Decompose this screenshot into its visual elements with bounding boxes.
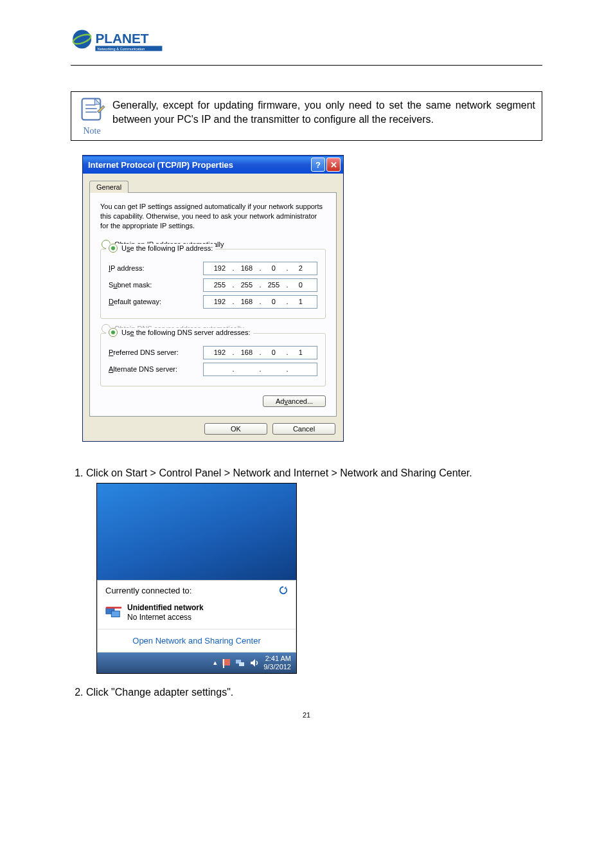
dialog-intro: You can get IP settings assigned automat… <box>100 202 326 231</box>
pref-dns-label: Preferred DNS server: <box>109 348 203 356</box>
network-tray-figure: Currently connected to: Unidentified net… <box>96 483 297 674</box>
svg-rect-12 <box>223 659 224 668</box>
refresh-icon[interactable] <box>279 586 288 595</box>
gateway-label: Default gateway: <box>109 298 203 305</box>
alt-dns-label: Alternate DNS server: <box>109 365 203 373</box>
tab-general[interactable]: General <box>89 181 129 193</box>
open-network-center-link[interactable]: Open Network and Sharing Center <box>98 629 296 652</box>
clock[interactable]: 2:41 AM 9/3/2012 <box>263 655 291 670</box>
ok-button[interactable]: OK <box>204 423 267 435</box>
close-button[interactable]: ✕ <box>326 158 341 172</box>
svg-rect-9 <box>111 611 120 617</box>
advanced-button[interactable]: Advanced... <box>263 395 326 407</box>
note-text: Generally, except for updating firmware,… <box>112 96 535 127</box>
svg-text:PLANET: PLANET <box>95 31 148 46</box>
network-icon <box>105 606 122 620</box>
tray-arrow-icon[interactable]: ▴ <box>213 658 217 667</box>
help-button[interactable]: ? <box>311 158 325 172</box>
subnet-label: Subnet mask: <box>109 281 203 289</box>
volume-icon[interactable] <box>249 658 260 668</box>
note-box: Note Generally, except for updating firm… <box>71 91 542 141</box>
page-number: 21 <box>71 711 542 719</box>
ip-address-input[interactable]: 192. 168. 0. 2 <box>203 262 317 275</box>
gateway-input[interactable]: 192. 168. 0. 1 <box>203 295 317 309</box>
radio-use-ip[interactable]: Use the following IP address: <box>106 244 215 253</box>
subnet-input[interactable]: 255. 255. 255. 0 <box>203 278 317 292</box>
unidentified-network: Unidentified network <box>127 603 204 613</box>
dialog-title: Internet Protocol (TCP/IP) Properties <box>88 160 233 170</box>
pref-dns-input[interactable]: 192. 168. 0. 1 <box>203 346 317 359</box>
note-label: Note <box>78 126 106 136</box>
radio-use-dns[interactable]: Use the following DNS server addresses: <box>106 328 253 337</box>
divider <box>71 65 542 66</box>
logo: PLANET Networking & Communication <box>71 26 542 60</box>
no-internet-access: No Internet access <box>127 613 204 622</box>
tcp-ip-dialog: Internet Protocol (TCP/IP) Properties ? … <box>82 155 344 442</box>
svg-rect-14 <box>239 662 244 666</box>
network-tray-icon[interactable] <box>235 658 245 668</box>
note-icon <box>78 96 106 124</box>
currently-connected-label: Currently connected to: <box>105 586 191 595</box>
svg-rect-10 <box>106 606 121 608</box>
logo-tagline: Networking & Communication <box>98 47 145 51</box>
step-2: Click "Change adapter settings". <box>86 687 542 698</box>
taskbar: ▴ 2:41 AM 9/3/2012 <box>97 653 296 673</box>
flag-icon[interactable] <box>221 658 231 668</box>
cancel-button[interactable]: Cancel <box>272 423 335 435</box>
alt-dns-input[interactable]: . . . <box>203 363 317 376</box>
ip-address-label: IP address: <box>109 264 203 272</box>
step-1: Click on Start > Control Panel > Network… <box>86 467 542 479</box>
dialog-titlebar: Internet Protocol (TCP/IP) Properties ? … <box>83 156 343 174</box>
